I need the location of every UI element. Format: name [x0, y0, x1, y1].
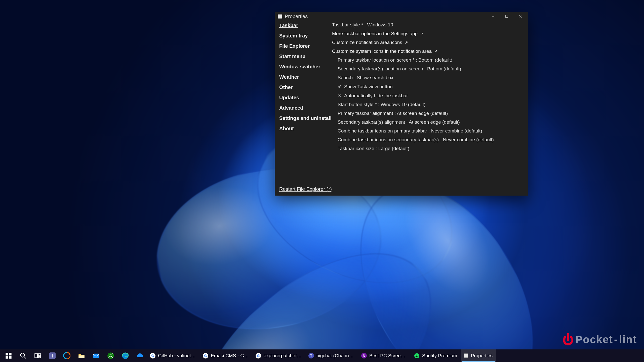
onedrive-icon[interactable]: [133, 349, 147, 362]
sidebar-item-system-tray[interactable]: System tray: [279, 33, 332, 39]
sidebar-item-updates[interactable]: Updates: [279, 95, 332, 101]
watermark-dash: -: [614, 334, 618, 346]
checkmark-icon: ✔: [338, 84, 342, 89]
setting-row[interactable]: Secondary taskbar(s) location on screen …: [332, 66, 526, 72]
sidebar: TaskbarSystem trayFile ExplorerStart men…: [275, 21, 332, 186]
setting-row[interactable]: Primary taskbar location on screen * : B…: [332, 57, 526, 63]
svg-rect-1: [506, 15, 508, 18]
setting-row[interactable]: Combine taskbar icons on primary taskbar…: [332, 128, 526, 134]
setting-row[interactable]: More taskbar options in the Settings app…: [332, 31, 526, 36]
setting-row[interactable]: Customize notification area icons↗: [332, 40, 526, 45]
setting-label: Combine taskbar icons on secondary taskb…: [338, 137, 494, 143]
setting-row[interactable]: ✔Show Task view button: [332, 84, 526, 89]
setting-label: Secondary taskbar(s) alignment : At scre…: [338, 119, 460, 125]
watermark-brand: Pocket: [575, 334, 613, 346]
taskbar-app-label: Spotify Premium: [422, 353, 457, 358]
taskbar-app[interactable]: Properties: [461, 349, 496, 362]
taskbar-app-label: Emaki CMS - Googl…: [211, 353, 249, 358]
watermark: ⏻ Pocket - lint: [562, 333, 637, 346]
setting-row[interactable]: Combine taskbar icons on secondary taskb…: [332, 137, 526, 143]
setting-label: Automatically hide the taskbar: [344, 93, 408, 99]
maximize-button[interactable]: [500, 12, 513, 21]
svg-point-17: [107, 352, 114, 359]
taskbar-app-label: bigchat (Channel) -…: [316, 353, 355, 358]
taskbar-app[interactable]: Gexplorerpatcher - G…: [253, 349, 305, 362]
sidebar-item-other[interactable]: Other: [279, 84, 332, 90]
watermark-suffix: lint: [619, 334, 637, 346]
svg-point-8: [21, 353, 25, 357]
setting-row[interactable]: Secondary taskbar(s) alignment : At scre…: [332, 119, 526, 125]
setting-label: Show Task view button: [344, 84, 393, 89]
setting-label: Primary taskbar alignment : At screen ed…: [338, 111, 448, 116]
external-link-icon: ↗: [434, 49, 437, 54]
content-panel: Taskbar style * : Windows 10More taskbar…: [332, 21, 528, 186]
taskbar-app[interactable]: Spotify Premium: [412, 349, 461, 362]
setting-label: Taskbar style * : Windows 10: [332, 22, 393, 28]
edge-icon[interactable]: [118, 349, 132, 362]
taskbar-app[interactable]: GGitHub - valinet/Ex…: [147, 349, 200, 362]
search-icon[interactable]: [16, 349, 30, 362]
taskbar-app-label: Properties: [471, 353, 493, 358]
setting-row[interactable]: Taskbar icon size : Large (default): [332, 146, 526, 151]
taskbar-app-label: explorerpatcher - G…: [264, 353, 302, 358]
titlebar[interactable]: Properties: [275, 12, 528, 21]
sidebar-item-taskbar[interactable]: Taskbar: [279, 23, 332, 28]
setting-label: Search : Show search box: [338, 75, 393, 80]
sidebar-item-about[interactable]: About: [279, 126, 332, 131]
setting-label: Combine taskbar icons on primary taskbar…: [338, 128, 482, 134]
sidebar-item-start-menu[interactable]: Start menu: [279, 54, 332, 59]
copilot-icon[interactable]: [60, 349, 74, 362]
taskbar-app[interactable]: Tbigchat (Channel) -…: [306, 349, 358, 362]
file-explorer-icon[interactable]: [74, 349, 89, 362]
power-icon: ⏻: [562, 333, 574, 346]
sidebar-item-file-explorer[interactable]: File Explorer: [279, 43, 332, 49]
sidebar-item-weather[interactable]: Weather: [279, 74, 332, 80]
taskbar-app[interactable]: NBest PC Screen Rec…: [359, 349, 411, 362]
setting-label: Customize notification area icons: [332, 40, 402, 45]
svg-rect-11: [38, 354, 41, 356]
external-link-icon: ↗: [405, 40, 408, 45]
setting-row[interactable]: Start button style * : Windows 10 (defau…: [332, 102, 526, 107]
taskbar-app-label: Best PC Screen Rec…: [369, 353, 408, 358]
minimize-button[interactable]: [486, 12, 500, 21]
cross-icon: ✕: [338, 93, 342, 99]
setting-label: More taskbar options in the Settings app: [332, 31, 418, 36]
svg-rect-4: [6, 353, 8, 355]
setting-row[interactable]: Customize system icons in the notificati…: [332, 49, 526, 54]
mail-icon[interactable]: [89, 349, 103, 362]
svg-line-9: [24, 357, 26, 359]
taskbar-app[interactable]: GEmaki CMS - Googl…: [200, 349, 253, 362]
taskbar[interactable]: TGGitHub - valinet/Ex…GEmaki CMS - Googl…: [0, 349, 644, 362]
setting-row[interactable]: Search : Show search box: [332, 75, 526, 80]
setting-row[interactable]: ✕Automatically hide the taskbar: [332, 93, 526, 99]
restart-explorer-link[interactable]: Restart File Explorer (*): [275, 186, 528, 196]
svg-rect-15: [78, 355, 84, 358]
window-title: Properties: [285, 14, 308, 19]
sidebar-item-window-switcher[interactable]: Window switcher: [279, 64, 332, 70]
start-icon[interactable]: [2, 349, 16, 362]
svg-rect-7: [9, 356, 11, 359]
setting-label: Customize system icons in the notificati…: [332, 49, 432, 54]
setting-label: Secondary taskbar(s) location on screen …: [338, 66, 461, 72]
svg-rect-12: [38, 357, 41, 358]
teams-icon[interactable]: T: [45, 349, 59, 362]
setting-row[interactable]: Taskbar style * : Windows 10: [332, 22, 526, 28]
setting-label: Start button style * : Windows 10 (defau…: [338, 102, 426, 107]
external-link-icon: ↗: [420, 31, 423, 36]
svg-rect-10: [35, 354, 37, 358]
sidebar-item-advanced[interactable]: Advanced: [279, 105, 332, 111]
svg-rect-5: [9, 353, 11, 355]
xbox-icon[interactable]: [104, 349, 118, 362]
task-view-icon[interactable]: [31, 349, 45, 362]
sidebar-item-settings-and-uninstall[interactable]: Settings and uninstall: [279, 115, 332, 121]
close-button[interactable]: [513, 12, 527, 21]
setting-row[interactable]: Primary taskbar alignment : At screen ed…: [332, 111, 526, 116]
setting-label: Primary taskbar location on screen * : B…: [338, 57, 452, 63]
taskbar-app-label: GitHub - valinet/Ex…: [158, 353, 196, 358]
setting-label: Taskbar icon size : Large (default): [338, 146, 409, 151]
svg-rect-16: [93, 354, 99, 358]
svg-rect-6: [6, 356, 8, 359]
properties-window[interactable]: Properties TaskbarSystem trayFile Explor…: [275, 12, 528, 196]
app-icon: [278, 14, 282, 19]
